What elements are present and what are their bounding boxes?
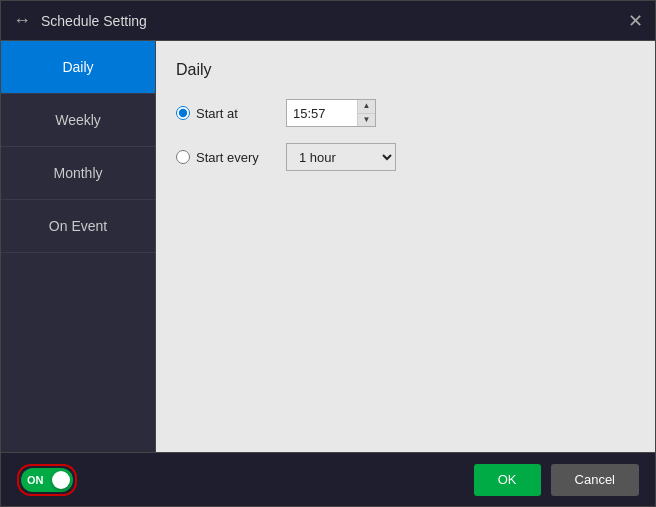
- ok-button[interactable]: OK: [474, 464, 541, 496]
- dialog-icon: ↔: [13, 10, 31, 31]
- panel-title: Daily: [176, 61, 635, 79]
- toggle-label: ON: [27, 474, 44, 486]
- start-at-label[interactable]: Start at: [176, 106, 276, 121]
- sidebar-item-on-event[interactable]: On Event: [1, 200, 155, 253]
- sidebar-item-monthly[interactable]: Monthly: [1, 147, 155, 200]
- start-every-row: Start every 1 hour 2 hours 3 hours 6 hou…: [176, 143, 635, 171]
- start-every-radio[interactable]: [176, 150, 190, 164]
- time-input[interactable]: [287, 100, 357, 126]
- start-at-row: Start at ▲ ▼: [176, 99, 635, 127]
- interval-select[interactable]: 1 hour 2 hours 3 hours 6 hours 12 hours: [286, 143, 396, 171]
- title-bar: ↔ Schedule Setting ✕: [1, 1, 655, 41]
- sidebar: Daily Weekly Monthly On Event: [1, 41, 156, 452]
- sidebar-item-weekly[interactable]: Weekly: [1, 94, 155, 147]
- spin-up-button[interactable]: ▲: [358, 100, 375, 114]
- spin-buttons: ▲ ▼: [357, 100, 375, 126]
- dialog-title: Schedule Setting: [41, 13, 618, 29]
- footer-buttons: OK Cancel: [474, 464, 639, 496]
- spin-down-button[interactable]: ▼: [358, 114, 375, 127]
- toggle-thumb: [52, 471, 70, 489]
- sidebar-item-daily[interactable]: Daily: [1, 41, 155, 94]
- dialog-content: Daily Weekly Monthly On Event Daily Star…: [1, 41, 655, 452]
- main-panel: Daily Start at ▲ ▼: [156, 41, 655, 452]
- start-every-label[interactable]: Start every: [176, 150, 276, 165]
- cancel-button[interactable]: Cancel: [551, 464, 639, 496]
- toggle-track: ON: [21, 468, 73, 492]
- time-input-wrapper: ▲ ▼: [286, 99, 376, 127]
- close-button[interactable]: ✕: [628, 12, 643, 30]
- schedule-setting-dialog: ↔ Schedule Setting ✕ Daily Weekly Monthl…: [0, 0, 656, 507]
- footer: ON OK Cancel: [1, 452, 655, 506]
- start-at-radio[interactable]: [176, 106, 190, 120]
- on-off-toggle[interactable]: ON: [17, 464, 77, 496]
